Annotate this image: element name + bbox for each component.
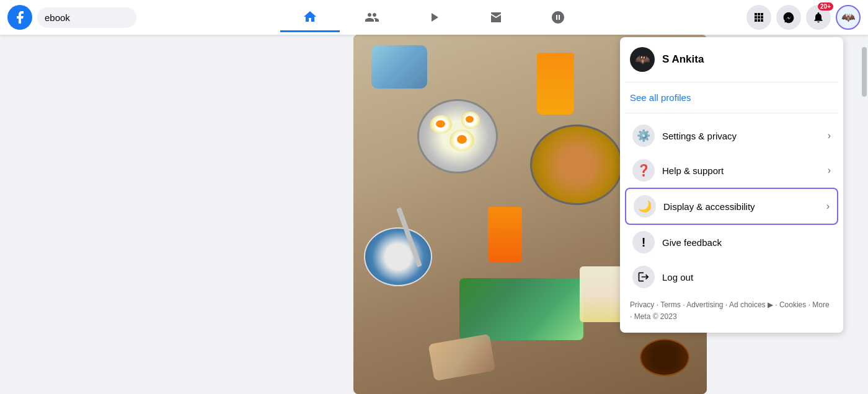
feedback-label: Give feedback — [662, 237, 722, 248]
egg-yolk-1 — [436, 120, 445, 128]
logout-icon-circle — [632, 266, 655, 288]
messenger-button[interactable] — [776, 5, 801, 30]
profile-section[interactable]: 🦇 S Ankita — [625, 42, 838, 77]
footer-advertising[interactable]: Advertising — [686, 300, 723, 309]
menu-item-help[interactable]: ❓ Help & support › — [625, 153, 838, 188]
help-question-icon: ❓ — [637, 164, 650, 177]
navbar: 20+ 🦇 — [0, 0, 868, 35]
navbar-left — [7, 5, 136, 30]
left-sidebar — [0, 35, 192, 394]
marketplace-icon — [489, 10, 503, 25]
profile-name: S Ankita — [662, 53, 704, 66]
footer-links: Privacy · Terms · Advertising · Ad choic… — [625, 294, 838, 328]
egg-white-2 — [450, 129, 474, 151]
nav-home-button[interactable] — [280, 2, 340, 32]
settings-icon-circle: ⚙️ — [632, 125, 655, 147]
divider-1 — [625, 82, 838, 82]
juice-glass-2 — [488, 207, 522, 263]
groups-icon — [551, 10, 565, 25]
nav-groups-button[interactable] — [528, 2, 588, 32]
footer-terms[interactable]: Terms — [660, 300, 681, 309]
menu-item-display[interactable]: 🌙 Display & accessibility › — [625, 188, 838, 225]
display-icon-circle: 🌙 — [634, 195, 656, 217]
notification-badge: 20+ — [818, 2, 833, 11]
grid-icon — [753, 11, 765, 24]
nav-friends-button[interactable] — [342, 2, 402, 32]
menu-item-feedback-left: ! Give feedback — [632, 231, 722, 253]
see-all-profiles-link[interactable]: See all profiles — [625, 87, 838, 108]
menu-item-display-left: 🌙 Display & accessibility — [634, 195, 755, 217]
menu-item-settings-left: ⚙️ Settings & privacy — [632, 125, 737, 147]
profile-button[interactable]: 🦇 — [836, 5, 861, 30]
profile-avatar: 🦇 — [630, 47, 655, 72]
avatar-icon: 🦇 — [635, 52, 650, 67]
nav-marketplace-button[interactable] — [466, 2, 526, 32]
search-input[interactable] — [37, 7, 136, 28]
menu-item-feedback[interactable]: ! Give feedback — [625, 225, 838, 260]
scrollbar-thumb[interactable] — [862, 47, 867, 97]
footer-privacy[interactable]: Privacy — [630, 300, 654, 309]
menu-item-settings[interactable]: ⚙️ Settings & privacy › — [625, 118, 838, 153]
facebook-logo — [7, 5, 32, 30]
watch-icon — [427, 10, 441, 25]
footer-more[interactable]: More — [812, 300, 829, 309]
facebook-icon — [12, 10, 27, 25]
notification-bell-icon — [812, 11, 825, 24]
navbar-right: 20+ 🦇 — [746, 5, 861, 30]
blue-item — [371, 45, 427, 89]
egg-white-3 — [461, 112, 480, 129]
help-label: Help & support — [662, 165, 724, 176]
rice-pan — [530, 125, 623, 205]
messenger-icon — [782, 11, 795, 24]
footer-cookies[interactable]: Cookies — [779, 300, 806, 309]
logout-door-icon — [637, 271, 650, 283]
apps-grid-button[interactable] — [746, 5, 771, 30]
feedback-icon-circle: ! — [632, 231, 655, 253]
footer-adchoices[interactable]: Ad choices ▶ — [729, 300, 773, 309]
divider-2 — [625, 113, 838, 113]
help-icon-circle: ❓ — [632, 159, 655, 182]
juice-glass-1 — [537, 53, 574, 115]
settings-gear-icon: ⚙️ — [637, 129, 650, 142]
menu-item-logout-left: Log out — [632, 266, 693, 288]
menu-item-logout[interactable]: Log out — [625, 260, 838, 294]
settings-chevron-icon: › — [828, 130, 831, 141]
feedback-exclamation-icon: ! — [642, 235, 646, 250]
navbar-center — [280, 2, 588, 32]
settings-label: Settings & privacy — [662, 131, 737, 141]
notifications-button[interactable]: 20+ — [806, 5, 831, 30]
menu-item-help-left: ❓ Help & support — [632, 159, 724, 182]
nav-watch-button[interactable] — [404, 2, 464, 32]
blue-plate-2 — [364, 227, 432, 286]
profile-avatar-icon: 🦇 — [841, 11, 855, 24]
egg-yolk-3 — [466, 116, 474, 123]
footer-meta: Meta © 2023 — [634, 312, 677, 321]
logout-label: Log out — [662, 272, 693, 282]
egg-pan — [417, 99, 498, 173]
sauce-bowl — [640, 339, 689, 376]
salad — [459, 278, 583, 340]
user-dropdown-menu: 🦇 S Ankita See all profiles ⚙️ Settings … — [620, 37, 843, 333]
home-icon — [303, 9, 317, 24]
friends-icon — [365, 10, 379, 25]
display-chevron-icon: › — [826, 201, 830, 212]
display-moon-icon: 🌙 — [638, 199, 652, 213]
display-label: Display & accessibility — [663, 201, 755, 212]
scrollbar-track — [861, 35, 868, 394]
egg-white-1 — [430, 115, 452, 134]
egg-yolk-2 — [457, 135, 467, 144]
help-chevron-icon: › — [828, 165, 831, 176]
